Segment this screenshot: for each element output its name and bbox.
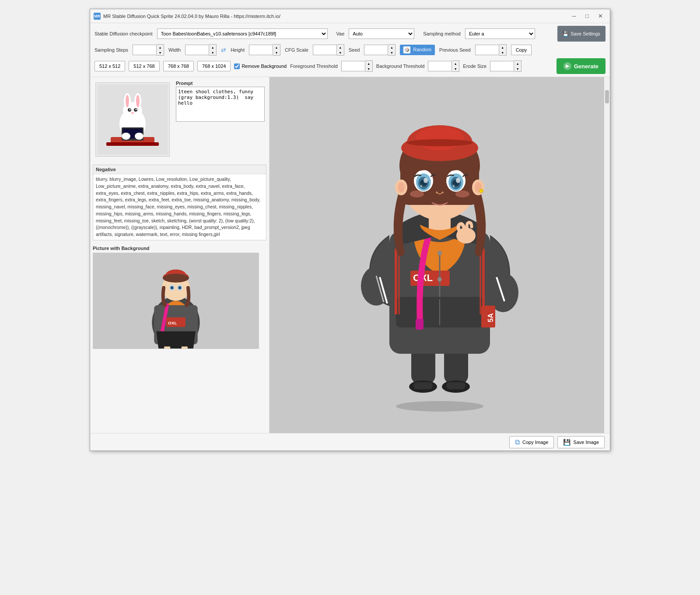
scrollbar[interactable] — [604, 77, 610, 433]
window-title: MR Stable Diffusion Quick Sprite 24.02.0… — [103, 14, 568, 19]
width-spinbox[interactable]: 512 ▲ ▼ — [185, 44, 217, 56]
sampling-select[interactable]: Euler a — [465, 28, 535, 39]
cfg-up[interactable]: ▲ — [337, 45, 344, 50]
svg-point-74 — [480, 190, 483, 192]
svg-point-86 — [453, 185, 455, 187]
cfg-spinbox[interactable]: 7.0 ▲ ▼ — [313, 44, 344, 56]
svg-point-7 — [126, 95, 129, 107]
copy-image-button[interactable]: ⧉ Copy Image — [509, 436, 554, 448]
cfg-label: CFG Scale — [285, 47, 308, 53]
size-512x768-button[interactable]: 512 x 768 — [129, 61, 159, 71]
prompt-label: Prompt — [173, 79, 267, 87]
window-controls: ─ □ ✕ — [568, 12, 606, 21]
erode-size-down[interactable]: ▼ — [514, 66, 521, 71]
width-down[interactable]: ▼ — [209, 50, 216, 55]
svg-point-89 — [410, 190, 424, 197]
svg-point-67 — [416, 126, 464, 151]
erode-size-up[interactable]: ▲ — [514, 61, 521, 66]
negative-content: blurry, blurry_image, Lowres, Low_resolu… — [93, 174, 266, 240]
prev-seed-label: Previous Seed — [439, 47, 471, 53]
svg-point-90 — [455, 190, 469, 197]
main-body: Prompt 1teen shool clothes, funny (gray … — [90, 77, 610, 433]
seed-input[interactable]: -1 — [364, 45, 388, 55]
bg-threshold-label: Background Threshold — [376, 63, 424, 69]
random-button[interactable]: 🎲 Random — [400, 45, 435, 55]
prev-seed-input[interactable]: 3732946010 — [475, 45, 499, 55]
remove-bg-checkbox-label[interactable]: Remove Background — [234, 63, 287, 69]
svg-rect-43 — [446, 382, 466, 389]
fg-threshold-down[interactable]: ▼ — [365, 66, 372, 71]
fg-threshold-spinbox[interactable]: 120 ▲ ▼ — [341, 60, 373, 72]
generate-button[interactable]: ▶ Generate — [556, 58, 606, 74]
erode-size-input[interactable]: 10 — [490, 61, 514, 71]
prev-seed-up[interactable]: ▲ — [499, 45, 506, 50]
bg-threshold-spinbox[interactable]: 10 ▲ ▼ — [428, 60, 459, 72]
seed-down[interactable]: ▼ — [388, 50, 395, 55]
picture-bg-label: Picture with Background — [93, 246, 266, 251]
size-768x1024-button[interactable]: 768 x 1024 — [197, 61, 231, 71]
width-label: Width — [168, 47, 181, 53]
title-bar: MR MR Stable Diffusion Quick Sprite 24.0… — [90, 9, 610, 23]
svg-point-37 — [396, 401, 483, 412]
copy-seed-button[interactable]: Copy — [511, 45, 532, 55]
svg-point-93 — [438, 251, 442, 255]
svg-point-29 — [163, 274, 189, 282]
bg-threshold-input[interactable]: 10 — [428, 61, 452, 71]
image-display: OXL 5A — [270, 77, 610, 433]
sampling-label: Sampling method — [423, 31, 461, 36]
bg-threshold-down[interactable]: ▼ — [452, 66, 459, 71]
sampling-steps-spinbox[interactable]: 20 ▲ ▼ — [133, 44, 164, 56]
save-settings-button[interactable]: 💾 Save Settings — [557, 26, 606, 42]
play-icon: ▶ — [564, 62, 571, 70]
size-512x512-button[interactable]: 512 x 512 — [94, 61, 125, 71]
svg-point-32 — [171, 286, 174, 289]
checkpoint-label: Stable Diffusion checkpoint — [94, 31, 153, 36]
svg-rect-42 — [413, 382, 433, 389]
width-up[interactable]: ▲ — [209, 45, 216, 50]
scrollbar-thumb[interactable] — [605, 90, 609, 103]
prev-seed-spinbox[interactable]: 3732946010 ▲ ▼ — [475, 44, 507, 56]
erode-size-label: Erode Size — [463, 63, 486, 69]
checkpoint-select[interactable]: Toon Babes\toonBabes_v10.safetensors [c9… — [157, 28, 328, 39]
close-button[interactable]: ✕ — [594, 12, 606, 21]
prev-seed-down[interactable]: ▼ — [499, 50, 506, 55]
minimize-button[interactable]: ─ — [568, 12, 580, 21]
thumbnail-image — [98, 84, 168, 155]
sampling-steps-down[interactable]: ▼ — [157, 50, 164, 55]
svg-rect-2 — [106, 142, 159, 146]
height-input[interactable]: 768 — [249, 45, 273, 55]
left-panel: Prompt 1teen shool clothes, funny (gray … — [90, 77, 270, 433]
save-image-button[interactable]: 💾 Save Image — [557, 436, 605, 448]
swap-icon[interactable]: ⇄ — [221, 46, 226, 53]
picture-bg-section: Picture with Background — [93, 246, 266, 349]
cfg-down[interactable]: ▼ — [337, 50, 344, 55]
width-input[interactable]: 512 — [185, 45, 209, 55]
sampling-steps-up[interactable]: ▲ — [157, 45, 164, 50]
height-down[interactable]: ▼ — [273, 50, 280, 55]
cfg-input[interactable]: 7.0 — [313, 45, 337, 55]
height-spinbox[interactable]: 768 ▲ ▼ — [249, 44, 280, 56]
picture-bg-thumbnail: OXL — [93, 253, 259, 349]
fg-threshold-input[interactable]: 120 — [341, 61, 365, 71]
svg-point-80 — [420, 185, 423, 187]
erode-size-spinbox[interactable]: 10 ▲ ▼ — [490, 60, 522, 72]
dice-icon: 🎲 — [403, 46, 410, 53]
negative-section: Negative blurry, blurry_image, Lowres, L… — [93, 165, 266, 240]
bg-threshold-up[interactable]: ▲ — [452, 61, 459, 66]
prompt-area: Prompt 1teen shool clothes, funny (gray … — [173, 79, 267, 160]
vae-select[interactable]: Auto — [349, 28, 414, 39]
size-768x768-button[interactable]: 768 x 768 — [163, 61, 194, 71]
remove-bg-checkbox[interactable] — [234, 63, 240, 69]
seed-label: Seed — [349, 47, 360, 53]
seed-spinbox[interactable]: -1 ▲ ▼ — [364, 44, 396, 56]
height-label: Height — [231, 47, 245, 53]
maximize-button[interactable]: □ — [581, 12, 593, 21]
sampling-steps-label: Sampling Steps — [94, 47, 128, 53]
sampling-steps-input[interactable]: 20 — [133, 45, 157, 55]
height-up[interactable]: ▲ — [273, 45, 280, 50]
seed-up[interactable]: ▲ — [388, 45, 395, 50]
svg-point-79 — [424, 178, 428, 183]
prompt-textarea[interactable]: 1teen shool clothes, funny (gray backgro… — [176, 87, 265, 122]
svg-point-8 — [136, 95, 140, 107]
fg-threshold-up[interactable]: ▲ — [365, 61, 372, 66]
